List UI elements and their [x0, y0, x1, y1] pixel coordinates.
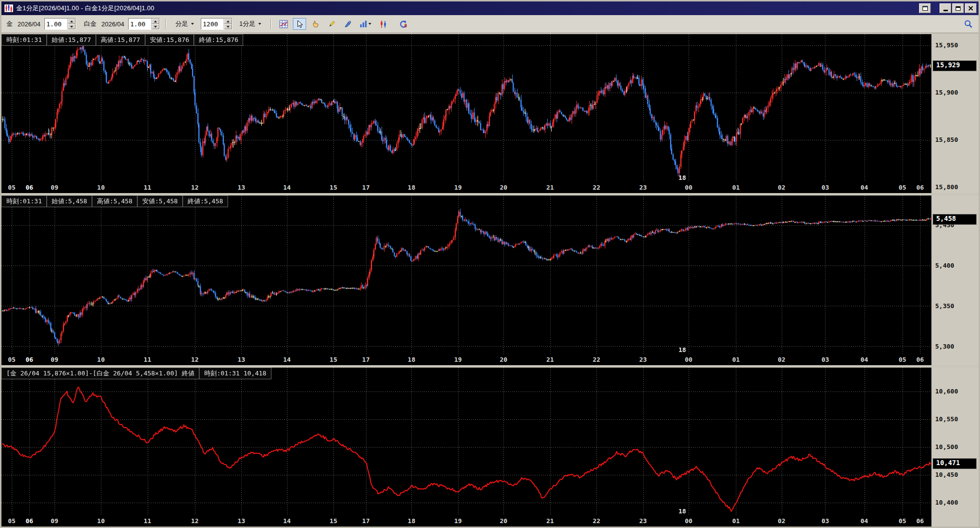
- gold-multiplier-input[interactable]: [45, 19, 67, 29]
- time-label: 17: [362, 356, 370, 363]
- draw-tool-button[interactable]: [341, 18, 354, 30]
- time-label: 17: [362, 517, 370, 525]
- time-label: 20: [500, 184, 507, 191]
- price-tick-label: 5,300: [932, 343, 954, 350]
- chart-settings-button[interactable]: [277, 18, 290, 30]
- time-label: 10: [97, 517, 105, 525]
- titlebar[interactable]: 金1分足[2026/04]1.00 - 白金1分足[2026/04]1.00: [1, 1, 979, 15]
- time-label: 01: [732, 184, 740, 191]
- dropdown-arrow-icon: [368, 23, 371, 25]
- platinum-chart-canvas[interactable]: [1, 196, 931, 355]
- up-arrow-icon: [70, 20, 73, 22]
- info-segment: [金 26/04 15,876×1.00]-[白金 26/04 5,458×1.…: [1, 368, 199, 379]
- spread-price-axis[interactable]: 10,471 10,60010,55010,50010,45010,40010,…: [931, 368, 979, 516]
- time-label: 23: [639, 356, 647, 363]
- bar-count-up-button[interactable]: [224, 19, 232, 24]
- platinum-multiplier-up-button[interactable]: [152, 19, 159, 24]
- time-label: 10: [97, 184, 105, 191]
- time-label: 05: [8, 356, 16, 363]
- price-tick-label: 10,550: [932, 415, 958, 423]
- app-window: 金1分足[2026/04]1.00 - 白金1分足[2026/04]1.00 金…: [0, 0, 980, 528]
- time-label: 04: [861, 184, 868, 191]
- time-label: 02: [778, 356, 786, 363]
- interval-dropdown-label: 分足: [175, 20, 188, 28]
- gold-label: 金: [6, 20, 13, 28]
- time-label: 06: [25, 184, 33, 191]
- time-label: 23: [639, 517, 647, 525]
- platinum-chart-panel: 時刻:01:31始値:5,458高値:5,458安値:5,458終値:5,458…: [1, 196, 979, 366]
- time-label: 12: [191, 517, 199, 525]
- time-label: 15: [329, 356, 337, 363]
- gold-multiplier-up-button[interactable]: [68, 19, 76, 24]
- gold-last-price-badge: 15,929: [933, 60, 977, 71]
- platinum-multiplier-down-button[interactable]: [152, 24, 159, 29]
- gold-multiplier-spinner[interactable]: [44, 18, 76, 30]
- timeframe-dropdown[interactable]: 1分足: [235, 18, 265, 30]
- date-label: 18: [678, 508, 686, 515]
- axis-corner: [931, 354, 979, 365]
- indicator-dropdown-button[interactable]: [357, 18, 374, 30]
- spread-info-bar: [金 26/04 15,876×1.00]-[白金 26/04 5,458×1.…: [1, 368, 271, 379]
- spread-chart-canvas[interactable]: [1, 368, 931, 516]
- price-tick-label: 10,500: [932, 443, 958, 450]
- magnifier-icon: [964, 20, 973, 28]
- cursor-arrow-icon: [296, 20, 304, 28]
- interval-dropdown[interactable]: 分足: [172, 18, 198, 30]
- time-label: 21: [546, 517, 554, 525]
- popout-button[interactable]: [919, 3, 931, 13]
- bar-count-spinner[interactable]: [201, 18, 232, 30]
- gold-info-bar: 時刻:01:31始値:15,877高値:15,877安値:15,876終値:15…: [1, 34, 243, 46]
- price-tick-label: 5,400: [932, 262, 954, 269]
- close-button[interactable]: [965, 3, 977, 13]
- down-arrow-icon: [154, 26, 157, 28]
- gold-price-axis[interactable]: 15,929 15,95015,90015,85015,800: [931, 34, 979, 182]
- select-tool-button[interactable]: [293, 18, 306, 30]
- down-arrow-icon: [227, 26, 230, 28]
- price-tick-label: 15,850: [932, 136, 958, 143]
- date-label: 18: [678, 174, 686, 181]
- svg-text:B: B: [404, 23, 407, 28]
- platinum-price-axis[interactable]: 5,458 5,4505,4005,3505,300: [931, 196, 979, 355]
- chart-type-button[interactable]: [377, 18, 390, 30]
- spread-time-axis[interactable]: 0506091011121314151718192021222300010203…: [1, 516, 931, 527]
- platinum-multiplier-input[interactable]: [129, 19, 151, 29]
- platinum-time-axis[interactable]: 0506091011121314151718192021222300010203…: [1, 354, 931, 365]
- gold-multiplier-down-button[interactable]: [68, 24, 76, 29]
- zoom-button[interactable]: [961, 18, 975, 30]
- pan-tool-button[interactable]: [309, 18, 322, 30]
- spread-last-price-badge: 10,471: [933, 458, 977, 469]
- info-segment: 高値:5,458: [92, 196, 137, 207]
- bar-count-down-button[interactable]: [224, 24, 232, 29]
- spread-chart-plot[interactable]: [金 26/04 15,876×1.00]-[白金 26/04 5,458×1.…: [1, 368, 931, 516]
- time-label: 13: [237, 517, 245, 525]
- time-label: 11: [144, 517, 152, 525]
- time-label: 15: [329, 184, 337, 191]
- price-tick-label: 15,950: [932, 41, 958, 49]
- gold-chart-plot[interactable]: 時刻:01:31始値:15,877高値:15,877安値:15,876終値:15…: [1, 34, 931, 182]
- time-label: 13: [237, 184, 245, 191]
- platinum-chart-plot[interactable]: 時刻:01:31始値:5,458高値:5,458安値:5,458終値:5,458…: [1, 196, 931, 355]
- time-label: 14: [283, 517, 291, 525]
- platinum-multiplier-spinner[interactable]: [128, 18, 160, 30]
- time-label: 18: [408, 517, 416, 525]
- trendline-tool-button[interactable]: [325, 18, 338, 30]
- bar-count-input[interactable]: [201, 19, 224, 29]
- maximize-icon: [956, 6, 961, 11]
- minimize-button[interactable]: [940, 3, 951, 13]
- info-segment: 時刻:01:31: [1, 196, 47, 207]
- time-label: 06: [916, 517, 924, 525]
- red-blue-candles-icon: [380, 20, 387, 28]
- time-label: 04: [861, 356, 868, 363]
- refresh-button[interactable]: B: [397, 18, 410, 30]
- gold-time-axis[interactable]: 0506091011121314151718192021222300010203…: [1, 182, 931, 193]
- price-tick-label: 10,450: [932, 471, 958, 478]
- price-tick-label: 10,400: [932, 499, 958, 506]
- maximize-button[interactable]: [952, 3, 964, 13]
- time-label: 06: [916, 184, 924, 191]
- up-arrow-icon: [154, 20, 157, 22]
- info-segment: 始値:15,877: [47, 34, 96, 46]
- time-label: 03: [822, 356, 829, 363]
- time-label: 05: [899, 517, 906, 525]
- window-title: 金1分足[2026/04]1.00 - 白金1分足[2026/04]1.00: [16, 4, 154, 13]
- gold-chart-canvas[interactable]: [1, 34, 931, 182]
